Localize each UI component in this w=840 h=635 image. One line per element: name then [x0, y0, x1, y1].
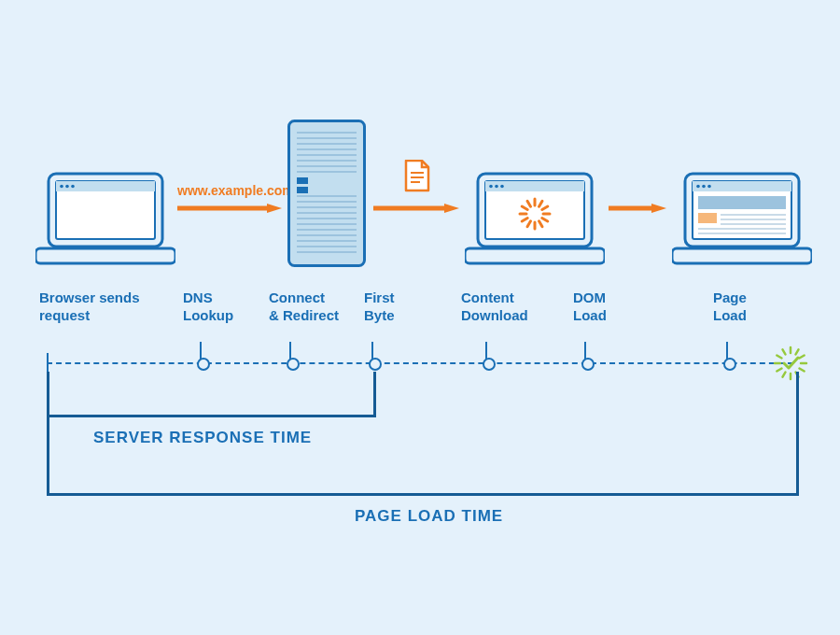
- page-load-time-bracket: [47, 372, 799, 496]
- svg-marker-56: [651, 204, 666, 213]
- request-url-label: www.example.com: [177, 183, 294, 198]
- svg-point-62: [707, 185, 711, 189]
- timeline-label-page-load: Page Load: [713, 289, 747, 325]
- svg-line-73: [800, 356, 805, 359]
- svg-rect-30: [297, 187, 308, 193]
- timeline-tick-first-byte: [371, 342, 375, 364]
- timeline-label-browser-sends-request: Browser sends request: [39, 289, 140, 325]
- svg-line-82: [783, 349, 786, 354]
- page-load-time-label: PAGE LOAD TIME: [355, 507, 503, 526]
- timeline-label-dns-lookup: DNS Lookup: [183, 289, 233, 325]
- timeline-label-first-byte: First Byte: [364, 289, 395, 325]
- svg-point-3: [60, 185, 63, 189]
- svg-rect-63: [698, 196, 786, 209]
- timeline-tick-content-download: [485, 342, 489, 364]
- svg-line-81: [777, 356, 781, 359]
- arrow-loading-to-loaded-icon: [609, 204, 666, 213]
- laptop-loading-icon: [465, 172, 605, 265]
- laptop-loaded-page-icon: [672, 172, 812, 265]
- timeline-tick-dns-lookup: [200, 342, 203, 364]
- svg-rect-70: [672, 248, 812, 263]
- svg-point-5: [71, 185, 75, 189]
- svg-rect-29: [297, 177, 308, 184]
- svg-point-41: [500, 185, 504, 189]
- svg-rect-2: [56, 181, 155, 191]
- timeline-label-content-download: Content Download: [461, 289, 528, 325]
- arrow-server-to-loading-icon: [373, 204, 459, 213]
- svg-rect-64: [698, 213, 717, 223]
- svg-marker-8: [267, 204, 282, 213]
- svg-line-72: [796, 349, 799, 354]
- svg-rect-6: [35, 248, 175, 263]
- svg-point-60: [696, 185, 700, 189]
- svg-marker-35: [444, 204, 459, 213]
- svg-line-75: [800, 369, 805, 372]
- file-response-icon: [403, 160, 431, 193]
- timeline-tick-connect-redirect: [289, 342, 293, 364]
- timeline-tick-dom-load: [584, 342, 588, 364]
- svg-point-61: [702, 185, 706, 189]
- timeline-axis: [47, 362, 793, 364]
- timeline-tick-page-load: [726, 342, 730, 364]
- arrow-browser-to-server-icon: [177, 204, 282, 213]
- svg-point-4: [65, 185, 69, 189]
- svg-point-40: [495, 185, 498, 189]
- laptop-browser-request-icon: [35, 172, 175, 265]
- svg-point-39: [489, 185, 493, 189]
- svg-rect-59: [693, 181, 791, 191]
- timeline-label-dom-load: DOM Load: [573, 289, 607, 325]
- timeline-label-connect-redirect: Connect & Redirect: [269, 289, 339, 325]
- server-icon: [287, 120, 366, 267]
- timeline-start-marker: [47, 353, 49, 374]
- svg-rect-54: [465, 248, 605, 263]
- svg-rect-38: [485, 181, 584, 191]
